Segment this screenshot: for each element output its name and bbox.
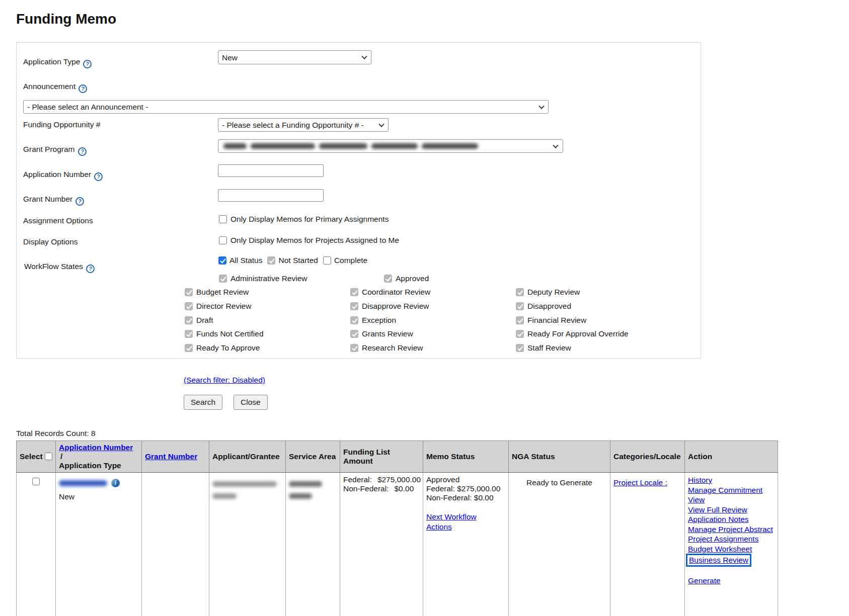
info-icon[interactable]: i bbox=[111, 479, 120, 487]
search-form-panel: Application Type? New Announcement? - Pl… bbox=[16, 42, 701, 359]
help-icon[interactable]: ? bbox=[75, 197, 85, 206]
workflow-state-checkbox bbox=[185, 330, 193, 338]
col-applicant: Applicant/Grantee bbox=[209, 441, 286, 473]
workflow-state-checkbox bbox=[516, 288, 524, 296]
announcement-select[interactable]: - Please select an Announcement - bbox=[23, 100, 549, 114]
workflow-state-checkbox bbox=[350, 330, 358, 338]
col-application-number: Application Number / Application Type bbox=[56, 441, 142, 473]
workflow-state-item: Approved bbox=[384, 274, 429, 283]
workflow-states-label: WorkFlow States? bbox=[24, 262, 95, 273]
all-status-item: All Status bbox=[218, 256, 262, 265]
announcement-select-wrap: - Please select an Announcement - bbox=[23, 100, 549, 114]
project-assignments-link[interactable]: Project Assignments bbox=[688, 535, 758, 543]
application-number-link[interactable] bbox=[59, 478, 107, 487]
generate-link[interactable]: Generate bbox=[688, 576, 721, 585]
row-application-cell: i New bbox=[56, 473, 142, 616]
manage-project-abstract-link[interactable]: Manage Project Abstract bbox=[688, 525, 773, 534]
workflow-state-checkbox bbox=[185, 316, 193, 324]
redacted-text bbox=[422, 143, 478, 149]
select-all-checkbox[interactable] bbox=[45, 453, 52, 460]
primary-assignments-checkbox[interactable] bbox=[219, 215, 227, 223]
help-icon[interactable]: ? bbox=[94, 172, 103, 182]
grant-number-input[interactable] bbox=[218, 189, 324, 202]
row-grant-number-cell bbox=[142, 473, 209, 616]
display-options-checkbox-item: Only Display Memos for Projects Assigned… bbox=[219, 236, 399, 245]
table-row: i New Federal:$275,000.00 Non-Federal:$0… bbox=[17, 473, 778, 616]
project-locale-link[interactable]: Project Locale : bbox=[613, 478, 667, 487]
help-icon[interactable]: ? bbox=[77, 147, 87, 156]
col-memo-status: Memo Status bbox=[423, 441, 509, 473]
row-nga-status-cell: Ready to Generate bbox=[509, 473, 610, 616]
application-type-label: Application Type? bbox=[23, 57, 92, 68]
assignment-options-checkbox-item: Only Display Memos for Primary Assignmen… bbox=[219, 215, 389, 224]
funding-opportunity-select[interactable]: - Please select a Funding Opportunity # … bbox=[218, 118, 389, 132]
business-review-link[interactable]: Business Review bbox=[689, 556, 748, 564]
grant-program-select[interactable] bbox=[218, 139, 563, 153]
col-action: Action bbox=[685, 441, 778, 473]
help-icon[interactable]: ? bbox=[78, 84, 88, 94]
workflow-state-checkbox bbox=[516, 316, 524, 324]
chevron-down-icon bbox=[553, 142, 558, 148]
redacted-text bbox=[251, 143, 315, 149]
complete-checkbox[interactable] bbox=[323, 256, 331, 265]
nga-status-value: Ready to Generate bbox=[512, 478, 607, 487]
redacted-text bbox=[371, 143, 418, 149]
not-started-checkbox bbox=[267, 256, 275, 265]
row-memo-status-cell: Approved Federal: $275,000.00 Non-Federa… bbox=[423, 473, 509, 616]
display-options-label: Display Options bbox=[23, 237, 78, 246]
help-icon[interactable]: ? bbox=[86, 264, 95, 274]
application-number-sort-link[interactable]: Application Number bbox=[59, 443, 133, 452]
history-link[interactable]: History bbox=[688, 476, 712, 484]
help-icon[interactable]: ? bbox=[83, 59, 92, 69]
memo-status-value: Approved bbox=[426, 475, 505, 484]
funding-opportunity-select-wrap: - Please select a Funding Opportunity # … bbox=[218, 118, 389, 132]
application-type-select[interactable]: New bbox=[218, 50, 371, 64]
redacted-text bbox=[289, 493, 312, 499]
results-header-row: Select Application Number / Application … bbox=[17, 441, 778, 473]
funding-memo-page: Funding Memo Application Type? New Annou… bbox=[0, 0, 849, 616]
page-title: Funding Memo bbox=[16, 11, 116, 27]
row-funding-cell: Federal:$275,000.00 Non-Federal:$0.00 bbox=[340, 473, 423, 616]
row-select-cell bbox=[17, 473, 56, 616]
close-button[interactable]: Close bbox=[234, 395, 268, 410]
all-status-checkbox[interactable] bbox=[218, 256, 226, 265]
not-started-item: Not Started bbox=[267, 256, 318, 265]
application-number-input[interactable] bbox=[218, 164, 324, 177]
application-notes-link[interactable]: Application Notes bbox=[688, 515, 749, 523]
row-service-area-cell bbox=[286, 473, 340, 616]
funding-opportunity-label: Funding Opportunity # bbox=[23, 120, 100, 129]
administrative-review-checkbox bbox=[219, 275, 227, 283]
redacted-text bbox=[212, 481, 277, 487]
row-action-cell: History Manage Commitment View View Full… bbox=[685, 473, 778, 616]
col-nga-status: NGA Status bbox=[509, 441, 610, 473]
approved-checkbox bbox=[384, 275, 392, 283]
manage-commitment-link[interactable]: Manage Commitment bbox=[688, 486, 762, 494]
grant-number-sort-link[interactable]: Grant Number bbox=[145, 452, 197, 461]
view-link[interactable]: View bbox=[688, 495, 705, 504]
workflow-state-checkbox bbox=[350, 316, 358, 324]
results-table: Select Application Number / Application … bbox=[16, 441, 778, 616]
redacted-text bbox=[223, 143, 247, 149]
workflow-state-checkbox bbox=[185, 344, 193, 352]
total-records-count: Total Records Count: 8 bbox=[16, 429, 96, 438]
workflow-state-checkbox bbox=[350, 288, 358, 296]
next-workflow-actions-link[interactable]: Next Workflow Actions bbox=[426, 512, 487, 532]
row-select-checkbox[interactable] bbox=[32, 478, 40, 485]
workflow-status-row: All Status Not Started Complete bbox=[218, 256, 372, 265]
search-button[interactable]: Search bbox=[184, 395, 222, 410]
view-full-review-link[interactable]: View Full Review bbox=[688, 505, 747, 514]
workflow-state-item: Administrative Review bbox=[219, 274, 307, 283]
row-applicant-cell bbox=[209, 473, 286, 616]
redacted-text bbox=[319, 143, 367, 149]
col-categories: Categories/Locale bbox=[610, 441, 685, 473]
search-filter-link[interactable]: (Search filter: Disabled) bbox=[184, 376, 265, 385]
budget-worksheet-link[interactable]: Budget Worksheet bbox=[688, 545, 752, 553]
primary-assignments-checkbox-label: Only Display Memos for Primary Assignmen… bbox=[230, 215, 389, 224]
workflow-state-checkbox bbox=[185, 302, 193, 310]
workflow-state-checkbox bbox=[185, 288, 193, 296]
col-grant-number: Grant Number bbox=[142, 441, 209, 473]
assigned-to-me-checkbox[interactable] bbox=[219, 236, 227, 244]
workflow-state-checkbox bbox=[350, 344, 358, 352]
redacted-text bbox=[289, 481, 322, 487]
col-funding-list: Funding List Amount bbox=[340, 441, 423, 473]
